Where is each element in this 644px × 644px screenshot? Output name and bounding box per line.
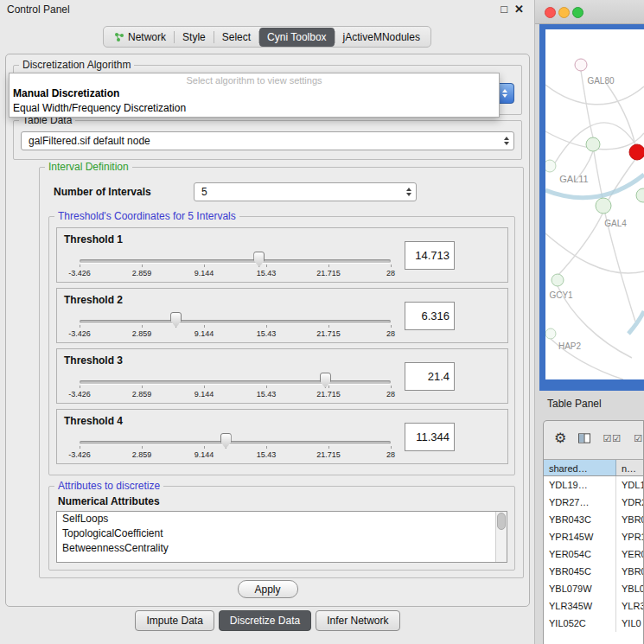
slider-scale: -3.4262.8599.14415.4321.71528 — [80, 269, 391, 278]
list-item[interactable]: BetweennessCentrality — [57, 541, 507, 556]
combobox-value: galFiltered.sif default node — [29, 135, 150, 147]
threshold-2-value[interactable]: 6.316 — [405, 302, 455, 330]
slider-thumb[interactable] — [220, 433, 232, 449]
screen: Control Panel □ ✕ Network Style — [0, 0, 644, 644]
threshold-1-slider[interactable]: -3.4262.8599.14415.4321.71528 — [80, 247, 391, 280]
slider-scale: -3.4262.8599.14415.4321.71528 — [80, 450, 391, 460]
select-columns-icon[interactable]: ☑☑ — [603, 433, 622, 444]
slider-track[interactable] — [80, 259, 391, 263]
group-title: Interval Definition — [45, 161, 132, 173]
node[interactable] — [545, 328, 556, 339]
list-scrollbar[interactable] — [495, 512, 507, 562]
scrollbar-thumb[interactable] — [497, 513, 506, 530]
column-header-shared-name[interactable]: shared… — [544, 460, 616, 475]
table-row[interactable]: YDR27…YDR2 — [544, 494, 643, 511]
algorithm-dropdown-popup: Select algorithm to view settings Manual… — [9, 73, 500, 118]
gear-icon[interactable]: ⚙ — [554, 431, 566, 445]
column-header-name[interactable]: n… — [616, 460, 643, 475]
threshold-4-slider[interactable]: -3.4262.8599.14415.4321.71528 — [80, 429, 391, 462]
group-title: Threshold's Coordinates for 5 Intervals — [54, 210, 239, 222]
table-row[interactable]: YDL19…YDL1 — [544, 476, 643, 494]
select-rows-icon[interactable]: ☑ — [634, 433, 643, 444]
network-canvas[interactable]: GAL80 GAL11 GAL4 GCY1 HAP2 — [545, 29, 644, 379]
table-row[interactable]: YIL052CYIL0 — [544, 615, 643, 632]
slider-track[interactable] — [80, 441, 391, 444]
num-intervals-combobox[interactable]: 5 — [194, 182, 417, 201]
node[interactable] — [636, 188, 644, 202]
float-window-icon[interactable]: □ — [501, 3, 507, 16]
table-row[interactable]: YBR045CYBR0 — [544, 563, 643, 580]
node-label: GAL4 — [604, 219, 627, 228]
stepper-icon[interactable] — [504, 137, 509, 145]
numerical-attributes-label: Numerical Attributes — [58, 495, 160, 507]
threshold-3-slider[interactable]: -3.4262.8599.14415.4321.71528 — [80, 368, 391, 401]
table-row[interactable]: YBR043CYBR0 — [544, 511, 643, 528]
highlighted-edges — [545, 175, 644, 334]
apply-button[interactable]: Apply — [238, 580, 298, 598]
tab-label: Network — [128, 31, 166, 43]
tab-network[interactable]: Network — [106, 28, 174, 47]
list-item[interactable]: TopologicalCoefficient — [57, 526, 507, 541]
selected-node[interactable] — [629, 144, 644, 160]
slider-track[interactable] — [80, 380, 391, 384]
tab-jactivemnodules[interactable]: jActiveMNodules — [335, 28, 428, 47]
tab-select[interactable]: Select — [214, 28, 258, 47]
table-data-group: Table Data galFiltered.sif default node — [13, 120, 522, 160]
tab-infer-network[interactable]: Infer Network — [316, 610, 399, 631]
threshold-2-slider[interactable]: -3.4262.8599.14415.4321.71528 — [80, 308, 391, 341]
node[interactable] — [586, 137, 600, 151]
network-icon — [114, 32, 124, 42]
table-row[interactable]: YER054CYER0 — [544, 545, 643, 563]
slider-thumb[interactable] — [170, 312, 182, 328]
tab-cyni-toolbox[interactable]: Cyni Toolbox — [259, 28, 334, 47]
minimize-traffic-light[interactable] — [558, 7, 570, 18]
close-traffic-light[interactable] — [545, 7, 556, 18]
slider-track[interactable] — [80, 320, 391, 323]
node-label: GAL80 — [587, 76, 615, 86]
num-intervals-label: Number of Intervals — [54, 186, 151, 198]
threshold-3-panel: Threshold 3 -3.4262.8599.14415.4321.7152… — [56, 348, 508, 404]
node[interactable] — [596, 198, 611, 214]
threshold-3-value[interactable]: 21.4 — [405, 362, 455, 391]
panel-title: Control Panel — [7, 3, 70, 16]
slider-thumb[interactable] — [253, 252, 265, 267]
zoom-traffic-light[interactable] — [572, 7, 583, 18]
threshold-1-value[interactable]: 14.713 — [405, 241, 455, 270]
close-panel-icon[interactable]: ✕ — [514, 3, 524, 16]
network-graph: GAL80 GAL11 GAL4 GCY1 HAP2 — [545, 29, 644, 379]
tab-impute-data[interactable]: Impute Data — [135, 610, 214, 631]
table-header-row: shared… n… — [544, 459, 643, 476]
table-row[interactable]: YPR145WYPR1 — [544, 528, 643, 545]
slider-scale: -3.4262.8599.14415.4321.71528 — [80, 390, 391, 399]
table-data-combobox[interactable]: galFiltered.sif default node — [21, 131, 514, 150]
tab-style[interactable]: Style — [175, 28, 214, 47]
stepper-icon[interactable] — [406, 188, 411, 196]
threshold-4-value[interactable]: 11.344 — [405, 423, 455, 451]
combobox-value: 5 — [201, 186, 207, 198]
threshold-label: Threshold 1 — [64, 233, 123, 245]
network-window-titlebar — [535, 0, 644, 24]
tab-discretize-data[interactable]: Discretize Data — [219, 610, 311, 631]
table-row[interactable]: YBL079WYBL0 — [544, 580, 643, 597]
list-item[interactable]: SelfLoops — [57, 512, 507, 526]
node[interactable] — [545, 160, 556, 172]
node[interactable] — [552, 274, 564, 286]
titlebar-icons: □ ✕ — [501, 3, 524, 16]
top-tabstrip: Network Style Select Cyni Toolbox jActiv… — [0, 26, 534, 48]
slider-scale: -3.4262.8599.14415.4321.71528 — [80, 329, 391, 339]
table-toolbar: ⚙ ☑☑ ☑ — [544, 421, 643, 456]
node-label: GCY1 — [549, 290, 573, 300]
columns-icon[interactable] — [578, 433, 590, 443]
numerical-attributes-list: SelfLoops TopologicalCoefficient Between… — [56, 511, 507, 563]
table-row[interactable]: YLR345WYLR3 — [544, 597, 643, 615]
table-panel-window: ⚙ ☑☑ ☑ shared… n… YDL19…YDL1 YDR27…YDR2 … — [543, 420, 644, 644]
threshold-label: Threshold 2 — [64, 294, 123, 306]
interval-definition-group: Interval Definition Number of Intervals … — [39, 167, 524, 578]
threshold-1-panel: Threshold 1 -3.4262.8599.14415.4321.7152… — [56, 227, 508, 283]
dropdown-option-equal-width-frequency[interactable]: Equal Width/Frequency Discretization — [13, 102, 186, 114]
node-label: GAL11 — [559, 174, 588, 184]
group-title: Attributes to discretize — [54, 480, 163, 492]
dropdown-option-manual-discretization[interactable]: Manual Discretization — [13, 87, 119, 99]
bottom-tabstrip: Impute Data Discretize Data Infer Networ… — [0, 610, 535, 631]
node[interactable] — [575, 59, 587, 71]
